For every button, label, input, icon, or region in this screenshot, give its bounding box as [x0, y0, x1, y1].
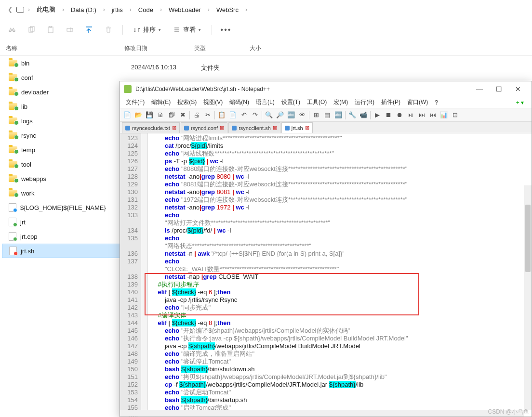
file-item[interactable]: jrt.cpp	[2, 229, 120, 244]
toolbar-button[interactable]: 🗎	[155, 110, 166, 120]
toolbar-button[interactable]: ⏺	[394, 110, 405, 120]
toolbar-button[interactable]: 🗐	[166, 110, 177, 120]
toolbar-button[interactable]: 📂	[133, 110, 144, 120]
menu-item[interactable]: 编码(N)	[226, 97, 252, 107]
file-item[interactable]: webapps	[2, 171, 120, 186]
file-item[interactable]: devloader	[2, 85, 120, 99]
toolbar-button[interactable]: ⏹	[383, 110, 394, 120]
menu-item[interactable]: 窗口(W)	[404, 97, 431, 107]
close-tab-icon[interactable]: ⊠	[273, 125, 277, 131]
breadcrumb: ❮ › 此电脑 › Data (D:) › jrtlis › Code › We…	[0, 0, 532, 19]
col-name[interactable]: 名称	[0, 40, 119, 55]
more-button[interactable]: •••	[218, 22, 234, 38]
pc-icon[interactable]	[16, 6, 24, 13]
toolbar-button[interactable]: 💾	[144, 110, 155, 120]
minimize-button[interactable]: —	[470, 82, 489, 96]
editor-tab[interactable]: jrt.sh⊠	[281, 122, 313, 133]
toolbar-button[interactable]: 📋	[216, 110, 227, 120]
copy-button[interactable]	[23, 22, 40, 38]
crumb-folder[interactable]: WebLoader	[166, 5, 204, 14]
delete-button[interactable]	[100, 22, 117, 38]
file-item[interactable]: lib	[2, 99, 120, 114]
menu-item[interactable]: 文件(F)	[123, 97, 147, 107]
crumb-pc[interactable]: 此电脑	[34, 4, 58, 15]
file-item[interactable]: logs	[2, 114, 120, 128]
folder-icon	[9, 74, 17, 81]
file-item[interactable]: ${LOG_HOME}${FILE_NAME}	[2, 200, 120, 215]
toolbar-button[interactable]: ⊞	[311, 110, 321, 120]
maximize-button[interactable]: ☐	[489, 82, 508, 96]
toolbar-button[interactable]: 🔍	[264, 110, 274, 120]
toolbar-button[interactable]: ✂	[202, 110, 213, 120]
file-icon	[9, 218, 16, 226]
menu-item[interactable]: ?	[432, 98, 441, 107]
cut-button[interactable]	[4, 22, 20, 38]
sort-dropdown[interactable]: 排序 ▾	[129, 24, 166, 36]
view-dropdown[interactable]: 查看 ▾	[169, 24, 206, 36]
close-tab-icon[interactable]: ⊠	[305, 125, 309, 131]
toolbar-button[interactable]: 👁	[297, 110, 307, 120]
close-button[interactable]: ✕	[508, 82, 528, 96]
toolbar-button[interactable]: 📄	[227, 110, 238, 120]
editor-tab[interactable]: rsyncd.conf⊠	[181, 122, 227, 133]
toolbar-button[interactable]: 🖨	[191, 110, 202, 120]
menu-item[interactable]: 搜索(S)	[174, 97, 200, 107]
horizontal-scrollbar[interactable]	[120, 410, 524, 417]
file-item[interactable]: conf	[2, 70, 120, 85]
toolbar-button[interactable]: ↶	[239, 110, 249, 120]
close-tab-icon[interactable]: ⊠	[220, 125, 224, 131]
menu-item[interactable]: 设置(T)	[279, 97, 303, 107]
titlebar[interactable]: D:\jrtlis\Code\WebLoader\WebSrc\jrt.sh -…	[120, 81, 532, 97]
menu-item[interactable]: 编辑(E)	[148, 97, 173, 107]
toolbar-button[interactable]: 🔎	[275, 110, 285, 120]
toolbar-button[interactable]: ⏯	[405, 110, 416, 120]
crumb-folder[interactable]: Code	[135, 5, 156, 14]
menu-item[interactable]: 插件(P)	[378, 97, 403, 107]
menu-item[interactable]: 运行(R)	[352, 97, 377, 107]
toolbar-button[interactable]: 🔤	[286, 110, 296, 120]
file-item[interactable]: jrt	[2, 215, 120, 229]
toolbar-button[interactable]: ▶	[372, 110, 383, 120]
share-button[interactable]	[81, 22, 97, 38]
editor-tab[interactable]: rsyncclient.sh⊠	[228, 122, 280, 133]
file-name: jrt.sh	[21, 248, 34, 255]
toolbar-button[interactable]: 📄	[122, 110, 133, 120]
menu-item[interactable]: 语言(L)	[253, 97, 278, 107]
toolbar-button[interactable]: 📹	[358, 110, 369, 120]
file-item[interactable]: rsync	[2, 128, 120, 143]
toolbar-button[interactable]: ⊡	[450, 110, 460, 120]
chevron-icon[interactable]: ❮	[5, 6, 15, 13]
menu-item[interactable]: 视图(V)	[200, 97, 226, 107]
menu-item[interactable]: 宏(M)	[331, 97, 351, 107]
toolbar-button[interactable]: 🔤	[333, 110, 344, 120]
rename-button[interactable]	[62, 22, 78, 38]
toolbar-button[interactable]: ✖	[177, 110, 188, 120]
crumb-folder[interactable]: WebSrc	[213, 5, 241, 14]
paste-button[interactable]	[42, 22, 59, 38]
toolbar-button[interactable]: ↷	[250, 110, 260, 120]
toolbar-button[interactable]: ▤	[322, 110, 332, 120]
toolbar-button[interactable]: 🔧	[347, 110, 358, 120]
view-label: 查看	[183, 26, 196, 34]
editor[interactable]: 1231241251261271281291301311321331341351…	[120, 133, 532, 417]
vertical-scrollbar[interactable]	[524, 185, 532, 410]
file-item[interactable]: work	[2, 186, 120, 200]
crumb-folder[interactable]: jrtlis	[109, 5, 126, 14]
toolbar-button[interactable]: ⏭	[416, 110, 427, 120]
code-area[interactable]: echo "网站进程limits************************…	[148, 133, 532, 417]
file-item[interactable]: tool	[2, 157, 120, 171]
menu-item[interactable]: 工具(O)	[304, 97, 330, 107]
col-modified[interactable]: 修改日期	[119, 40, 188, 55]
file-item[interactable]: jrt.sh	[2, 244, 120, 258]
add-tab-button[interactable]: + ▾	[511, 99, 529, 106]
file-item[interactable]: bin	[2, 56, 120, 70]
crumb-drive[interactable]: Data (D:)	[68, 5, 99, 14]
col-size[interactable]: 大小	[244, 40, 282, 55]
toolbar-button[interactable]: ⏮	[427, 110, 438, 120]
sort-label: 排序	[143, 26, 156, 34]
close-tab-icon[interactable]: ⊠	[172, 125, 176, 131]
toolbar-button[interactable]: 📊	[439, 110, 449, 120]
file-item[interactable]: temp	[2, 143, 120, 157]
col-type[interactable]: 类型	[188, 40, 244, 55]
editor-tab[interactable]: rsyncexclude.txt⊠	[122, 122, 180, 133]
